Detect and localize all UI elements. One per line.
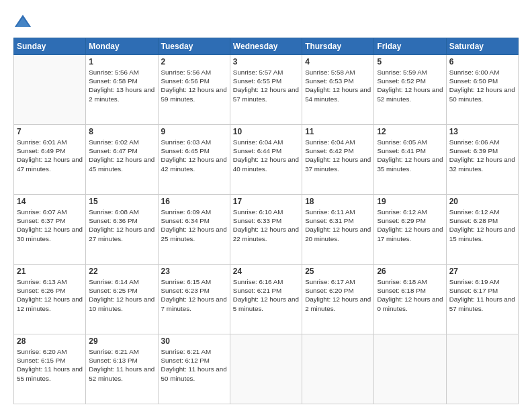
day-number: 9	[161, 127, 227, 136]
calendar-cell: 13Sunrise: 6:06 AMSunset: 6:39 PMDayligh…	[446, 125, 518, 195]
cell-text: Sunrise: 5:58 AMSunset: 6:53 PMDaylight:…	[305, 68, 371, 103]
calendar-cell: 18Sunrise: 6:11 AMSunset: 6:31 PMDayligh…	[302, 195, 374, 265]
day-number: 3	[233, 57, 299, 66]
calendar-cell: 9Sunrise: 6:03 AMSunset: 6:45 PMDaylight…	[158, 125, 230, 195]
calendar-cell	[446, 334, 518, 404]
day-number: 27	[449, 267, 515, 276]
day-number: 30	[161, 336, 227, 346]
calendar-cell: 27Sunrise: 6:19 AMSunset: 6:17 PMDayligh…	[446, 265, 518, 334]
cell-text: Sunrise: 6:20 AMSunset: 6:15 PMDaylight:…	[17, 348, 83, 382]
cell-text: Sunrise: 6:16 AMSunset: 6:21 PMDaylight:…	[233, 278, 299, 312]
day-number: 4	[305, 57, 371, 66]
cell-text: Sunrise: 6:01 AMSunset: 6:49 PMDaylight:…	[17, 138, 83, 173]
cell-text: Sunrise: 6:03 AMSunset: 6:45 PMDaylight:…	[161, 138, 227, 173]
cell-text: Sunrise: 6:17 AMSunset: 6:20 PMDaylight:…	[305, 278, 371, 312]
calendar-cell: 8Sunrise: 6:02 AMSunset: 6:47 PMDaylight…	[86, 125, 158, 195]
day-number: 25	[305, 267, 371, 276]
logo	[13, 12, 35, 31]
weekday-header-row: SundayMondayTuesdayWednesdayThursdayFrid…	[14, 38, 519, 55]
cell-text: Sunrise: 6:11 AMSunset: 6:31 PMDaylight:…	[305, 208, 371, 242]
cell-text: Sunrise: 6:08 AMSunset: 6:36 PMDaylight:…	[89, 208, 154, 242]
calendar-cell: 25Sunrise: 6:17 AMSunset: 6:20 PMDayligh…	[302, 265, 374, 334]
header	[13, 12, 519, 31]
cell-text: Sunrise: 5:56 AMSunset: 6:58 PMDaylight:…	[89, 68, 154, 103]
cell-text: Sunrise: 6:06 AMSunset: 6:39 PMDaylight:…	[449, 138, 515, 173]
week-row-4: 21Sunrise: 6:13 AMSunset: 6:26 PMDayligh…	[14, 265, 519, 334]
week-row-1: 1Sunrise: 5:56 AMSunset: 6:58 PMDaylight…	[14, 55, 519, 125]
calendar-cell: 16Sunrise: 6:09 AMSunset: 6:34 PMDayligh…	[158, 195, 230, 265]
cell-text: Sunrise: 6:13 AMSunset: 6:26 PMDaylight:…	[17, 278, 83, 312]
day-number: 2	[161, 57, 227, 66]
calendar-cell	[230, 334, 302, 404]
calendar-cell: 30Sunrise: 6:21 AMSunset: 6:12 PMDayligh…	[158, 334, 230, 404]
cell-text: Sunrise: 5:57 AMSunset: 6:55 PMDaylight:…	[233, 68, 299, 103]
cell-text: Sunrise: 6:12 AMSunset: 6:29 PMDaylight:…	[377, 208, 443, 242]
cell-text: Sunrise: 6:10 AMSunset: 6:33 PMDaylight:…	[233, 208, 299, 242]
cell-text: Sunrise: 6:18 AMSunset: 6:18 PMDaylight:…	[377, 278, 443, 312]
calendar-cell: 19Sunrise: 6:12 AMSunset: 6:29 PMDayligh…	[374, 195, 446, 265]
cell-text: Sunrise: 6:02 AMSunset: 6:47 PMDaylight:…	[89, 138, 154, 173]
day-number: 19	[377, 197, 443, 206]
cell-text: Sunrise: 6:09 AMSunset: 6:34 PMDaylight:…	[161, 208, 227, 242]
calendar-cell: 12Sunrise: 6:05 AMSunset: 6:41 PMDayligh…	[374, 125, 446, 195]
day-number: 28	[17, 336, 83, 346]
day-number: 15	[89, 197, 154, 206]
day-number: 22	[89, 267, 154, 276]
cell-text: Sunrise: 5:56 AMSunset: 6:56 PMDaylight:…	[161, 68, 227, 103]
day-number: 11	[305, 127, 371, 136]
calendar-cell: 1Sunrise: 5:56 AMSunset: 6:58 PMDaylight…	[86, 55, 158, 125]
cell-text: Sunrise: 6:14 AMSunset: 6:25 PMDaylight:…	[89, 278, 154, 312]
cell-text: Sunrise: 6:12 AMSunset: 6:28 PMDaylight:…	[449, 208, 515, 242]
weekday-header-tuesday: Tuesday	[158, 38, 230, 55]
day-number: 10	[233, 127, 299, 136]
cell-text: Sunrise: 6:07 AMSunset: 6:37 PMDaylight:…	[17, 208, 83, 242]
weekday-header-thursday: Thursday	[302, 38, 374, 55]
cell-text: Sunrise: 6:04 AMSunset: 6:44 PMDaylight:…	[233, 138, 299, 173]
calendar-cell	[374, 334, 446, 404]
day-number: 6	[449, 57, 515, 66]
calendar-cell: 29Sunrise: 6:21 AMSunset: 6:13 PMDayligh…	[86, 334, 158, 404]
calendar-cell: 11Sunrise: 6:04 AMSunset: 6:42 PMDayligh…	[302, 125, 374, 195]
page: SundayMondayTuesdayWednesdayThursdayFrid…	[0, 0, 532, 411]
day-number: 1	[89, 57, 154, 66]
calendar-cell: 5Sunrise: 5:59 AMSunset: 6:52 PMDaylight…	[374, 55, 446, 125]
calendar-cell: 14Sunrise: 6:07 AMSunset: 6:37 PMDayligh…	[14, 195, 86, 265]
week-row-3: 14Sunrise: 6:07 AMSunset: 6:37 PMDayligh…	[14, 195, 519, 265]
calendar-cell: 4Sunrise: 5:58 AMSunset: 6:53 PMDaylight…	[302, 55, 374, 125]
calendar-cell: 15Sunrise: 6:08 AMSunset: 6:36 PMDayligh…	[86, 195, 158, 265]
calendar-cell: 28Sunrise: 6:20 AMSunset: 6:15 PMDayligh…	[14, 334, 86, 404]
calendar-cell: 21Sunrise: 6:13 AMSunset: 6:26 PMDayligh…	[14, 265, 86, 334]
cell-text: Sunrise: 6:19 AMSunset: 6:17 PMDaylight:…	[449, 278, 515, 312]
cell-text: Sunrise: 6:04 AMSunset: 6:42 PMDaylight:…	[305, 138, 371, 173]
calendar-cell	[14, 55, 86, 125]
cell-text: Sunrise: 5:59 AMSunset: 6:52 PMDaylight:…	[377, 68, 443, 103]
day-number: 14	[17, 197, 83, 206]
calendar-cell: 17Sunrise: 6:10 AMSunset: 6:33 PMDayligh…	[230, 195, 302, 265]
day-number: 18	[305, 197, 371, 206]
day-number: 21	[17, 267, 83, 276]
day-number: 8	[89, 127, 154, 136]
day-number: 7	[17, 127, 83, 136]
calendar-cell: 24Sunrise: 6:16 AMSunset: 6:21 PMDayligh…	[230, 265, 302, 334]
day-number: 5	[377, 57, 443, 66]
logo-icon	[13, 12, 32, 31]
day-number: 23	[161, 267, 227, 276]
calendar-cell: 10Sunrise: 6:04 AMSunset: 6:44 PMDayligh…	[230, 125, 302, 195]
cell-text: Sunrise: 6:21 AMSunset: 6:12 PMDaylight:…	[161, 348, 227, 382]
week-row-5: 28Sunrise: 6:20 AMSunset: 6:15 PMDayligh…	[14, 334, 519, 404]
calendar-cell: 23Sunrise: 6:15 AMSunset: 6:23 PMDayligh…	[158, 265, 230, 334]
day-number: 17	[233, 197, 299, 206]
day-number: 26	[377, 267, 443, 276]
cell-text: Sunrise: 6:21 AMSunset: 6:13 PMDaylight:…	[89, 348, 154, 382]
day-number: 16	[161, 197, 227, 206]
day-number: 29	[89, 336, 154, 346]
cell-text: Sunrise: 6:05 AMSunset: 6:41 PMDaylight:…	[377, 138, 443, 173]
day-number: 13	[449, 127, 515, 136]
day-number: 24	[233, 267, 299, 276]
calendar-cell: 3Sunrise: 5:57 AMSunset: 6:55 PMDaylight…	[230, 55, 302, 125]
calendar-cell: 22Sunrise: 6:14 AMSunset: 6:25 PMDayligh…	[86, 265, 158, 334]
calendar-cell: 2Sunrise: 5:56 AMSunset: 6:56 PMDaylight…	[158, 55, 230, 125]
day-number: 20	[449, 197, 515, 206]
calendar-cell	[302, 334, 374, 404]
week-row-2: 7Sunrise: 6:01 AMSunset: 6:49 PMDaylight…	[14, 125, 519, 195]
